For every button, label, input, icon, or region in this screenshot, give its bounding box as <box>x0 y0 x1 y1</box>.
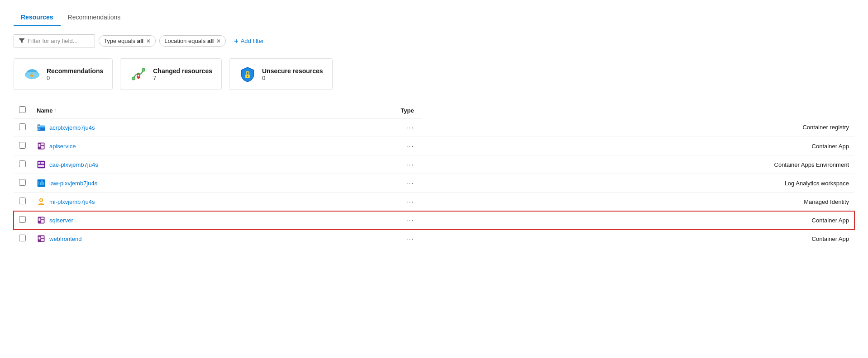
select-all-checkbox[interactable] <box>19 106 26 113</box>
resource-name-link[interactable]: acrplxvjemb7ju4s <box>49 124 95 131</box>
recommendations-summary-card[interactable]: Recommendations 0 <box>14 58 113 90</box>
row-checkbox-cell <box>14 193 31 211</box>
svg-rect-22 <box>41 143 44 145</box>
row-more-button[interactable]: ··· <box>404 197 417 206</box>
filter-input[interactable]: Filter for any field... <box>14 34 95 47</box>
row-more-button[interactable]: ··· <box>404 123 417 132</box>
unsecure-resources-summary-card[interactable]: Unsecure resources 0 <box>229 58 333 90</box>
svg-rect-28 <box>38 179 45 187</box>
row-checkbox[interactable] <box>19 179 26 186</box>
location-filter-close[interactable]: ✕ <box>216 38 221 44</box>
svg-point-11 <box>138 75 139 76</box>
changed-resources-card-text: Changed resources 7 <box>153 67 212 81</box>
resource-name-link[interactable]: apiservice <box>49 143 76 150</box>
filter-placeholder: Filter for any field... <box>28 38 78 44</box>
row-checkbox[interactable] <box>19 123 26 130</box>
row-type-cell: Managed Identity <box>422 193 854 211</box>
unsecure-resources-card-title: Unsecure resources <box>262 67 323 75</box>
changed-resources-card-count: 7 <box>153 75 212 81</box>
table-row: cae-plxvjemb7ju4s···Container Apps Envir… <box>14 155 854 174</box>
row-checkbox-cell <box>14 211 31 230</box>
table-row: webfrontend···Container App <box>14 230 854 248</box>
svg-rect-30 <box>40 182 41 185</box>
row-more-cell: ··· <box>395 211 422 230</box>
recommendations-card-title: Recommendations <box>47 67 103 75</box>
tab-recommendations[interactable]: Recommendations <box>61 9 128 26</box>
unsecure-resources-card-icon <box>238 65 257 83</box>
svg-rect-38 <box>41 220 44 223</box>
resource-name-link[interactable]: sqlserver <box>49 217 73 224</box>
tabs-bar: Resources Recommendations <box>14 9 854 26</box>
row-more-cell: ··· <box>395 155 422 174</box>
recommendations-card-text: Recommendations 0 <box>47 67 103 81</box>
resource-name-link[interactable]: cae-plxvjemb7ju4s <box>49 161 98 168</box>
changed-resources-card-icon <box>129 65 148 83</box>
row-type-cell: Container App <box>422 211 854 230</box>
row-more-button[interactable]: ··· <box>404 234 417 243</box>
svg-rect-23 <box>41 146 44 149</box>
row-more-cell: ··· <box>395 230 422 248</box>
row-name-cell: apiservice <box>31 137 395 155</box>
svg-rect-42 <box>41 239 44 241</box>
svg-rect-41 <box>41 236 44 238</box>
row-checkbox[interactable] <box>19 142 26 149</box>
name-column-label: Name <box>37 107 52 114</box>
row-checkbox-cell <box>14 137 31 155</box>
row-more-button[interactable]: ··· <box>404 179 417 188</box>
row-checkbox[interactable] <box>19 160 26 167</box>
svg-rect-26 <box>41 162 44 164</box>
row-more-cell: ··· <box>395 137 422 155</box>
resource-name-link[interactable]: webfrontend <box>49 236 82 242</box>
row-checkbox[interactable] <box>19 235 26 241</box>
row-checkbox-cell <box>14 118 31 137</box>
recommendations-card-count: 0 <box>47 75 103 81</box>
tab-resources[interactable]: Resources <box>14 9 61 26</box>
add-filter-button[interactable]: + Add filter <box>229 35 268 47</box>
svg-rect-40 <box>38 237 40 240</box>
row-checkbox[interactable] <box>19 198 26 204</box>
row-type-cell: Container Apps Environment <box>422 155 854 174</box>
icon-container-app <box>37 216 46 225</box>
icon-log-analytics <box>37 179 46 188</box>
resource-name-link[interactable]: mi-plxvjemb7ju4s <box>49 198 95 205</box>
type-filter-chip[interactable]: Type equals all ✕ <box>99 35 156 47</box>
changed-resources-summary-card[interactable]: Changed resources 7 <box>120 58 222 90</box>
row-more-cell: ··· <box>395 174 422 193</box>
header-name[interactable]: Name ↑ <box>31 103 395 118</box>
location-filter-label: Location equals all <box>164 38 214 44</box>
row-checkbox-cell <box>14 174 31 193</box>
plus-icon: + <box>234 37 238 45</box>
svg-point-8 <box>133 77 135 80</box>
svg-rect-29 <box>38 181 39 185</box>
row-more-button[interactable]: ··· <box>404 160 417 169</box>
icon-container-app <box>37 141 46 151</box>
header-type: Type <box>395 103 422 118</box>
svg-rect-37 <box>41 217 44 219</box>
unsecure-resources-card-count: 0 <box>262 75 323 81</box>
row-name-cell: cae-plxvjemb7ju4s <box>31 155 395 174</box>
row-more-cell: ··· <box>395 193 422 211</box>
type-filter-label: Type equals all <box>104 38 143 44</box>
svg-point-14 <box>247 76 248 77</box>
icon-container-registry: ACR <box>37 123 46 132</box>
changed-resources-card-title: Changed resources <box>153 67 212 75</box>
row-checkbox[interactable] <box>19 216 26 223</box>
resource-table: Name ↑ Type ACR acrplxvjemb7ju4s···Conta… <box>14 103 854 248</box>
row-checkbox-cell <box>14 155 31 174</box>
summary-cards: Recommendations 0 Changed resources 7 <box>14 58 854 90</box>
row-name-cell: mi-plxvjemb7ju4s <box>31 193 395 211</box>
row-checkbox-cell <box>14 230 31 248</box>
svg-rect-32 <box>43 182 44 186</box>
table-row: sqlserver···Container App <box>14 211 854 230</box>
location-filter-chip[interactable]: Location equals all ✕ <box>159 35 226 47</box>
table-row: apiservice···Container App <box>14 137 854 155</box>
row-more-cell: ··· <box>395 118 422 137</box>
row-more-button[interactable]: ··· <box>404 141 417 151</box>
resource-name-link[interactable]: law-plxvjemb7ju4s <box>49 180 97 187</box>
header-checkbox-cell <box>14 103 31 118</box>
svg-point-9 <box>143 69 145 71</box>
row-more-button[interactable]: ··· <box>404 216 417 225</box>
type-filter-close[interactable]: ✕ <box>146 38 151 44</box>
filter-bar: Filter for any field... Type equals all … <box>14 34 854 47</box>
svg-point-34 <box>40 199 42 201</box>
